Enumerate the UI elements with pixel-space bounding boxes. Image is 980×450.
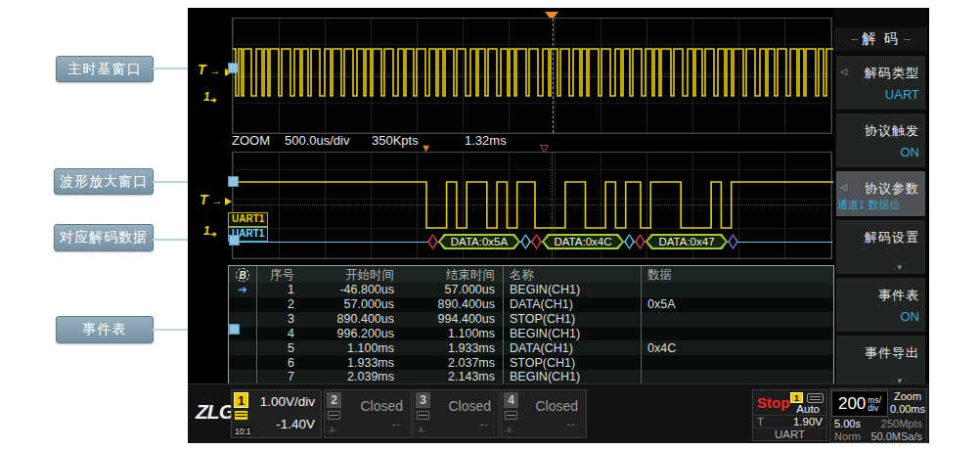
- end-time: 2.037ms: [402, 356, 503, 370]
- callout-handle-event-table: [229, 324, 240, 335]
- acquisition-state: Stop: [757, 394, 789, 411]
- callout-event-table: 事件表: [56, 316, 154, 343]
- decode-menu-panel: 解 码 ◁ 解码类型 UART 协议触发 ON ◁ 协议参数 通道1 数据位 解…: [834, 8, 927, 383]
- rotate-b-knob-icon[interactable]: B: [236, 268, 249, 282]
- menu-button-decode-type[interactable]: ◁ 解码类型 UART: [836, 56, 925, 110]
- coupling-icon: [235, 411, 247, 420]
- channel-badge: 2: [327, 392, 341, 408]
- decode-marker-diamond: [427, 234, 438, 249]
- row-index: 4: [257, 327, 302, 340]
- callout-zoom-window: 波形放大窗口: [54, 168, 154, 195]
- channel-placeholder-value: --: [480, 418, 489, 429]
- channel-scale: 1.00V/div: [260, 394, 315, 409]
- start-time: 1.933ms: [302, 356, 402, 370]
- decode-bubble-text: DATA:0x4C: [542, 234, 624, 249]
- menu-button-event-export[interactable]: 事件导出 ▾: [836, 336, 925, 387]
- end-time: 57.000us: [402, 283, 503, 296]
- capture-span: 5.00s: [834, 418, 861, 429]
- trigger-level-marker-zoom[interactable]: T →: [200, 192, 222, 207]
- channel1-position-marker-main[interactable]: 1➜: [203, 90, 216, 105]
- row-index: 2: [257, 297, 302, 311]
- row-index: 6: [257, 356, 302, 370]
- event-name: BEGIN(CH1): [503, 327, 641, 341]
- zoom-title: ZOOM: [232, 133, 270, 148]
- decode-data-bubble: DATA:0x5A: [438, 234, 520, 249]
- timebase-status-block[interactable]: 200 ms/div Zoom0.00ms 5.00s 250Mpts Norm…: [829, 388, 927, 443]
- event-data: [641, 355, 833, 370]
- channel-placeholder-mark: -‖-: [417, 426, 425, 434]
- row-index: 3: [257, 312, 302, 326]
- bottom-status-bar: ZLG® 110:11.00V/div-1.40V2Closed---‖-3Cl…: [188, 383, 929, 443]
- start-time: 890.400us: [302, 312, 402, 326]
- channel-status: Closed: [448, 398, 491, 414]
- decode-marker-diamond: [531, 234, 542, 249]
- table-row[interactable]: 3890.400us994.400usSTOP(CH1): [229, 312, 833, 327]
- channel-badge: 3: [416, 392, 430, 408]
- callout-handle-zoom-window: [228, 176, 239, 187]
- channel-placeholder-mark: -‖-: [505, 426, 513, 434]
- column-header: 数据: [641, 266, 833, 283]
- menu-button-protocol-params[interactable]: ◁ 协议参数 通道1 数据位: [836, 171, 925, 216]
- zoom-scale: 500.0us/div: [285, 133, 350, 148]
- left-arrow-icon: ◁: [840, 67, 847, 76]
- event-data: [641, 370, 833, 384]
- table-row[interactable]: 257.000us890.400usDATA(CH1)0x5A: [229, 297, 833, 312]
- decode-data-bubble: DATA:0x47: [646, 234, 728, 249]
- trigger-status-block[interactable]: Stop 1 Auto T 1.90V UART: [752, 389, 827, 441]
- table-row[interactable]: ➜1-46.800us57.000usBEGIN(CH1): [229, 283, 833, 297]
- event-data: [641, 312, 833, 327]
- trigger-sweep-mode: Auto: [796, 403, 820, 415]
- column-header: 开始时间: [302, 268, 402, 282]
- channel-placeholder-mark: -‖-: [328, 426, 336, 434]
- zoom-info-bar: ZOOM 500.0us/div 350Kpts 1.32ms: [232, 133, 832, 149]
- channel1-position-marker-zoom[interactable]: 1➜: [203, 224, 216, 239]
- start-time: 2.039ms: [302, 370, 402, 383]
- channel-2-block[interactable]: 2Closed---‖-: [324, 389, 412, 438]
- row-index: 7: [257, 370, 302, 383]
- zoom-offset: 1.32ms: [465, 133, 507, 148]
- sample-rate: 50.0MSa/s: [870, 430, 922, 442]
- channel-placeholder-value: --: [392, 418, 401, 429]
- decode-marker-diamond: [728, 234, 738, 249]
- table-row[interactable]: 4996.200us1.100msBEGIN(CH1): [229, 327, 833, 341]
- decode-marker-diamond: [624, 234, 635, 249]
- main-waveform: [233, 19, 833, 135]
- memory-depth: 250Mpts: [881, 418, 922, 429]
- callout-handle-main-window: [228, 63, 239, 73]
- callout-decoded-data: 对应解码数据: [54, 224, 154, 251]
- event-name: DATA(CH1): [503, 340, 641, 355]
- menu-button-event-table[interactable]: 事件表 ON: [836, 278, 925, 332]
- menu-header: 解 码: [834, 27, 927, 51]
- end-time: 890.400us: [402, 297, 503, 311]
- event-table: B序号开始时间结束时间名称数据➜1-46.800us57.000usBEGIN(…: [228, 265, 834, 383]
- trigger-edge-arrow-icon: [225, 198, 232, 205]
- trigger-level-value: 1.90V: [793, 416, 823, 428]
- table-row[interactable]: 61.933ms2.037msSTOP(CH1): [229, 355, 833, 370]
- zoom-offset-readout: Zoom0.00ms: [889, 390, 926, 417]
- channel-4-block[interactable]: 4Closed---‖-: [501, 389, 587, 438]
- event-data: 0x4C: [641, 340, 833, 355]
- left-arrow-icon: ◁: [840, 182, 847, 192]
- menu-button-protocol-trigger[interactable]: 协议触发 ON: [836, 113, 925, 167]
- bus-label-uart1-yellow[interactable]: UART1: [228, 212, 268, 227]
- decode-bubble-row: DATA:0x5ADATA:0x4CDATA:0x47: [427, 234, 738, 249]
- channel-3-block[interactable]: 3Closed---‖-: [413, 389, 500, 438]
- menu-button-decode-settings[interactable]: 解码设置 ▾: [836, 220, 925, 274]
- zoom-points: 350Kpts: [372, 133, 419, 148]
- table-row[interactable]: 51.100ms1.933msDATA(CH1)0x4C: [229, 340, 833, 355]
- main-timebase-window: [232, 18, 832, 134]
- probe-ratio: 10:1: [234, 427, 252, 436]
- channel-status: Closed: [360, 398, 403, 414]
- trigger-type-label: T: [757, 416, 764, 428]
- decode-data-bubble: DATA:0x4C: [542, 234, 624, 249]
- table-row[interactable]: 72.039ms2.143msBEGIN(CH1): [229, 370, 833, 384]
- channel-offset: -1.40V: [276, 417, 315, 431]
- event-name: STOP(CH1): [503, 355, 641, 370]
- channel-1-block[interactable]: 110:11.00V/div-1.40V: [231, 389, 322, 438]
- row-index: 1: [257, 283, 302, 296]
- end-time: 2.143ms: [402, 370, 503, 383]
- decode-bubble-text: DATA:0x5A: [438, 234, 520, 249]
- row-index: 5: [257, 341, 302, 355]
- trigger-level-marker-main[interactable]: T →: [198, 62, 220, 77]
- decode-marker-diamond: [520, 234, 531, 249]
